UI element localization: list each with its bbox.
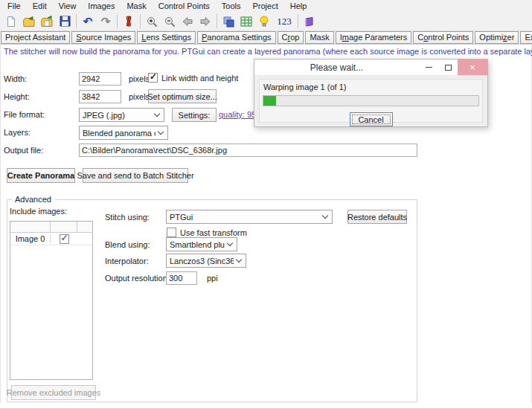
- chevron-down-icon: [158, 129, 164, 135]
- create-panorama-button[interactable]: Create Panorama: [7, 168, 75, 183]
- height-unit-label: pixels: [129, 92, 150, 101]
- help-book-icon: [304, 16, 315, 27]
- chevron-down-icon: [322, 213, 328, 219]
- minimize-button[interactable]: [419, 59, 438, 75]
- new-project-icon: [5, 16, 17, 28]
- assistant-bulb-button[interactable]: [255, 13, 273, 30]
- menu-view[interactable]: View: [53, 1, 83, 12]
- save-project-button[interactable]: [56, 13, 74, 30]
- layers-select[interactable]: Blended panorama only: [79, 126, 168, 140]
- menu-images[interactable]: Images: [82, 1, 121, 12]
- tab-crop[interactable]: Crop: [278, 31, 304, 44]
- save-batch-button[interactable]: Save and send to Batch Stitcher: [83, 168, 188, 183]
- dialog-title: Please wait...: [254, 62, 419, 73]
- toolbar-separator: [76, 14, 77, 28]
- tab-source-images[interactable]: Source Images: [71, 31, 135, 44]
- width-input[interactable]: [79, 72, 121, 86]
- ptgui-window: FileEditViewImagesMaskControl PointsTool…: [0, 0, 532, 409]
- zoom-out-button[interactable]: [161, 13, 179, 30]
- panorama-editor-icon: [123, 16, 135, 28]
- output-file-input[interactable]: [79, 144, 417, 157]
- maximize-button[interactable]: [438, 59, 458, 75]
- file-format-select[interactable]: JPEG (.jpg): [79, 108, 164, 122]
- new-project-button[interactable]: [2, 13, 20, 30]
- open-project-button[interactable]: [20, 13, 38, 30]
- toolbar-separator: [217, 14, 217, 28]
- chevron-down-icon: [154, 111, 160, 117]
- tab-bar: Project AssistantSource ImagesLens Setti…: [0, 31, 532, 44]
- output-resolution-unit-label: ppi: [207, 274, 218, 283]
- checkbox-checked-icon: ✓: [148, 73, 158, 83]
- include-column-header: [51, 222, 77, 232]
- include-checkbox[interactable]: ✓: [51, 234, 77, 244]
- menu-control-points[interactable]: Control Points: [153, 1, 216, 12]
- close-icon: ×: [469, 62, 475, 73]
- use-fast-transform-checkbox[interactable]: Use fast transform: [167, 228, 247, 237]
- layers-button[interactable]: [219, 13, 237, 30]
- link-width-height-label: Link width and height: [161, 74, 238, 83]
- blend-using-select[interactable]: Smartblend plugin: [166, 237, 237, 251]
- stitch-using-select[interactable]: PTGui: [166, 210, 333, 224]
- stitch-using-value: PTGui: [170, 213, 320, 222]
- tab-project-assistant[interactable]: Project Assistant: [1, 31, 70, 44]
- close-button[interactable]: ×: [458, 59, 487, 75]
- menu-edit[interactable]: Edit: [27, 1, 53, 12]
- panorama-editor-button[interactable]: [120, 13, 138, 30]
- menu-help[interactable]: Help: [284, 1, 313, 12]
- checkbox-unchecked-icon: [167, 228, 176, 237]
- menu-mask[interactable]: Mask: [121, 1, 152, 12]
- menu-tools[interactable]: Tools: [216, 1, 247, 12]
- tab-lens-settings[interactable]: Lens Settings: [137, 31, 196, 44]
- restore-defaults-button[interactable]: Restore defaults: [347, 210, 407, 224]
- show-numbers-button[interactable]: 123: [273, 13, 295, 30]
- cancel-button[interactable]: Cancel: [350, 112, 393, 126]
- help-button[interactable]: [301, 13, 318, 30]
- tab-optimizer[interactable]: Optimizer: [475, 31, 519, 44]
- tab-image-parameters[interactable]: Image Parameters: [336, 31, 412, 44]
- tab-mask[interactable]: Mask: [305, 31, 333, 44]
- tab-panorama-settings[interactable]: Panorama Settings: [197, 31, 276, 44]
- progress-fill: [263, 96, 276, 106]
- output-file-label: Output file:: [4, 146, 43, 155]
- dialog-titlebar[interactable]: Please wait... ×: [254, 59, 487, 75]
- advanced-group: Advanced Include images: Image 0 ✓ Remov…: [7, 199, 417, 402]
- remove-excluded-images-button[interactable]: Remove excluded images: [11, 385, 96, 400]
- redo-button[interactable]: ↷: [97, 13, 115, 30]
- previous-image-button[interactable]: [179, 13, 196, 30]
- advanced-legend: Advanced: [12, 195, 54, 204]
- detail-table-button[interactable]: [237, 13, 255, 30]
- layers-label: Layers:: [4, 128, 31, 137]
- format-settings-button[interactable]: Settings:: [172, 108, 217, 122]
- detail-table-icon: [240, 16, 252, 27]
- minimize-icon: [426, 67, 432, 68]
- tab-control-points[interactable]: Control Points: [413, 31, 473, 44]
- toolbar-separator: [140, 14, 141, 28]
- undo-button[interactable]: ↶: [79, 13, 97, 30]
- menu-project[interactable]: Project: [247, 1, 284, 12]
- maximize-icon: [445, 65, 452, 71]
- output-resolution-input[interactable]: [166, 271, 197, 285]
- checkbox-checked-icon: ✓: [60, 234, 69, 244]
- assistant-bulb-icon: [259, 16, 269, 28]
- image-name-cell: Image 0: [10, 234, 51, 243]
- blend-using-label: Blend using:: [105, 240, 150, 249]
- open-project-icon: [22, 16, 36, 28]
- set-optimum-size-button[interactable]: Set optimum size...: [148, 89, 217, 103]
- tab-exposure-hdr[interactable]: Exposure / HDR: [520, 31, 532, 44]
- include-images-list[interactable]: Image 0 ✓: [10, 221, 93, 380]
- link-width-height-checkbox[interactable]: ✓ Link width and height: [148, 73, 238, 83]
- next-image-button[interactable]: [196, 13, 214, 30]
- use-fast-transform-label: Use fast transform: [180, 228, 247, 237]
- zoom-in-button[interactable]: [143, 13, 161, 30]
- height-input[interactable]: [79, 90, 121, 103]
- next-image-icon: [199, 16, 211, 27]
- table-row[interactable]: Image 0 ✓: [10, 233, 92, 245]
- quality-link[interactable]: quality: 95: [219, 110, 256, 119]
- window-chrome: FileEditViewImagesMaskControl PointsTool…: [0, 0, 532, 44]
- interpolator-select[interactable]: Lanczos3 (Sinc36): [166, 254, 246, 268]
- please-wait-dialog: Please wait... × Warping image 1 (of 1) …: [254, 59, 488, 127]
- assistant-text: The stitcher will now build the panorama…: [4, 47, 532, 56]
- add-images-button[interactable]: [38, 13, 56, 30]
- menu-file[interactable]: File: [1, 1, 27, 12]
- undo-icon: ↶: [83, 16, 93, 27]
